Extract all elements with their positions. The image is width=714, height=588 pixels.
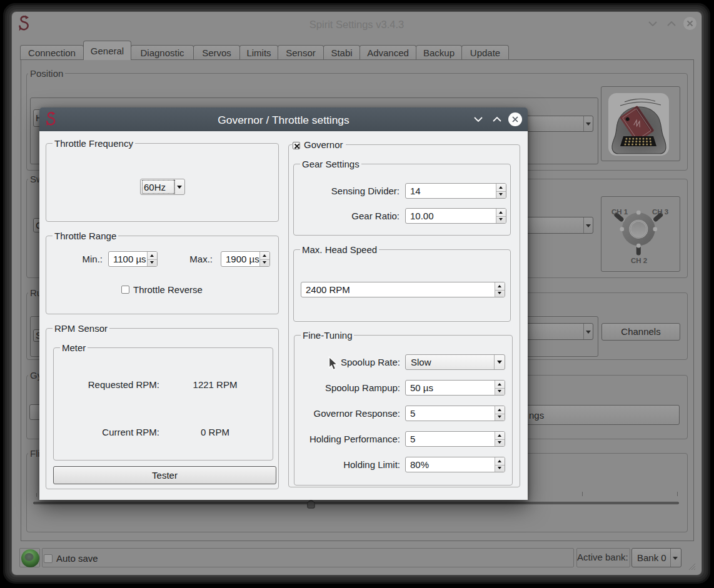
svg-text:CH 3: CH 3 xyxy=(652,208,668,216)
svg-text:CH 2: CH 2 xyxy=(631,257,647,264)
svg-text:CH 1: CH 1 xyxy=(611,208,628,216)
